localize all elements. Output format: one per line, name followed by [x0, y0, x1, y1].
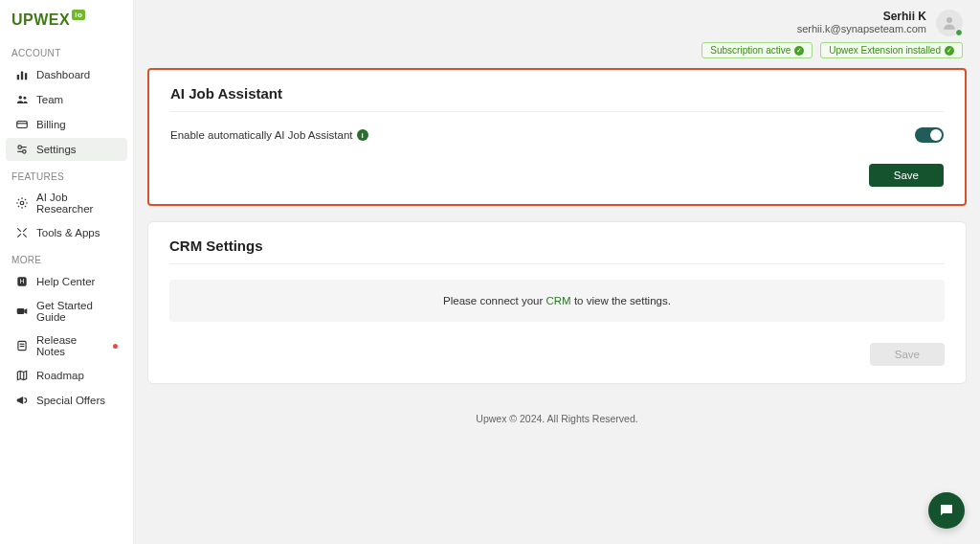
roadmap-icon [15, 369, 29, 382]
toggle-knob [930, 129, 942, 141]
nav-section-more: MORE [0, 245, 133, 269]
svg-text:H: H [19, 278, 24, 284]
svg-rect-0 [17, 75, 19, 79]
ai-job-assistant-card: AI Job Assistant Enable automatically AI… [147, 68, 967, 206]
svg-point-3 [19, 96, 23, 100]
sidebar-item-guide[interactable]: Get Started Guide [6, 295, 127, 328]
notification-dot-icon [113, 344, 118, 349]
notice-prefix: Please connect your [443, 295, 546, 306]
dashboard-icon [15, 68, 29, 81]
chat-fab[interactable] [928, 492, 965, 529]
sidebar-item-dashboard[interactable]: Dashboard [6, 63, 127, 86]
svg-point-4 [23, 97, 26, 100]
team-icon [15, 93, 29, 106]
svg-rect-1 [21, 72, 23, 80]
megaphone-icon [15, 394, 29, 407]
online-status-dot [955, 29, 963, 36]
sidebar-item-label: Billing [36, 119, 66, 130]
badge-label: Subscription active [710, 45, 791, 56]
svg-rect-5 [17, 122, 28, 128]
subscription-badge: Subscription active ✓ [702, 42, 813, 58]
brand-badge: io [72, 10, 85, 20]
card-actions: Save [170, 164, 944, 187]
sidebar-item-label: Release Notes [36, 334, 101, 357]
sidebar-item-label: Roadmap [36, 370, 84, 381]
toggle-label-group: Enable automatically AI Job Assistant i [170, 129, 368, 141]
sidebar-item-settings[interactable]: Settings [6, 138, 127, 161]
topbar: Serhii K serhii.k@synapseteam.com [134, 0, 980, 42]
sidebar-item-team[interactable]: Team [6, 88, 127, 111]
svg-point-20 [947, 17, 952, 23]
sidebar-item-offers[interactable]: Special Offers [6, 389, 127, 412]
video-icon [15, 305, 29, 318]
main-content: Serhii K serhii.k@synapseteam.com Subscr… [134, 0, 980, 544]
footer-text: Upwex © 2024. All Rights Reserved. [147, 399, 967, 438]
ai-icon [15, 196, 29, 210]
user-name: Serhii K [797, 10, 926, 23]
brand-name: UPWEX [11, 11, 70, 29]
nav-section-features: FEATURES [0, 162, 133, 186]
nav-section-account: ACCOUNT [0, 38, 133, 62]
sidebar-item-label: Get Started Guide [36, 300, 118, 323]
ai-assistant-toggle-row: Enable automatically AI Job Assistant i [170, 127, 944, 143]
crm-settings-card: CRM Settings Please connect your CRM to … [147, 221, 967, 384]
toggle-label: Enable automatically AI Job Assistant [170, 129, 353, 141]
card-title: AI Job Assistant [170, 85, 944, 112]
svg-point-7 [18, 146, 22, 149]
sidebar-item-label: Settings [36, 144, 77, 155]
status-badges: Subscription active ✓ Upwex Extension in… [134, 42, 980, 68]
user-block: Serhii K serhii.k@synapseteam.com [797, 10, 926, 34]
notice-suffix: to view the settings. [571, 295, 671, 306]
sidebar-item-roadmap[interactable]: Roadmap [6, 364, 127, 387]
chat-icon [938, 502, 955, 519]
billing-icon [15, 118, 29, 131]
crm-link[interactable]: CRM [546, 295, 571, 306]
help-icon: H [15, 275, 29, 288]
sidebar: UPWEX io ACCOUNT Dashboard Team Billing … [0, 0, 134, 544]
check-icon: ✓ [945, 46, 954, 56]
crm-connect-notice: Please connect your CRM to view the sett… [169, 280, 945, 322]
notes-icon [15, 339, 29, 352]
info-icon[interactable]: i [357, 129, 368, 141]
sidebar-item-label: AI Job Researcher [36, 192, 118, 215]
avatar[interactable] [936, 10, 963, 36]
user-email: serhii.k@synapseteam.com [797, 23, 926, 34]
svg-point-8 [23, 150, 26, 154]
extension-badge: Upwex Extension installed ✓ [820, 42, 963, 58]
sidebar-item-tools[interactable]: Tools & Apps [6, 221, 127, 244]
save-button-disabled: Save [870, 343, 945, 366]
ai-assistant-toggle[interactable] [915, 127, 944, 143]
sidebar-item-label: Help Center [36, 276, 95, 287]
check-icon: ✓ [794, 46, 804, 56]
sidebar-item-help[interactable]: H Help Center [6, 270, 127, 293]
svg-rect-2 [25, 73, 27, 79]
svg-point-11 [20, 201, 24, 205]
sidebar-item-label: Team [36, 94, 63, 105]
sidebar-item-release-notes[interactable]: Release Notes [6, 329, 127, 362]
svg-rect-14 [17, 308, 25, 314]
brand-logo[interactable]: UPWEX io [0, 8, 133, 38]
sidebar-item-ai-researcher[interactable]: AI Job Researcher [6, 187, 127, 219]
badge-label: Upwex Extension installed [829, 45, 941, 56]
sidebar-item-label: Dashboard [36, 69, 90, 80]
settings-icon [15, 143, 29, 156]
save-button[interactable]: Save [869, 164, 944, 187]
card-title: CRM Settings [169, 238, 945, 264]
tools-icon [15, 226, 29, 239]
sidebar-item-label: Special Offers [36, 395, 105, 406]
sidebar-item-billing[interactable]: Billing [6, 113, 127, 136]
card-actions: Save [169, 343, 945, 366]
sidebar-item-label: Tools & Apps [36, 227, 100, 238]
